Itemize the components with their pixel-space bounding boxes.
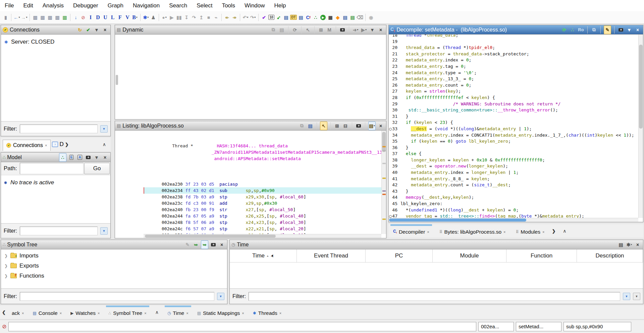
close-icon[interactable]: × bbox=[634, 26, 641, 34]
collapse-icon[interactable]: ∧ bbox=[153, 310, 161, 315]
export-results-icon[interactable]: ➹ bbox=[275, 13, 282, 21]
copy-icon[interactable]: ⧉ bbox=[270, 26, 277, 34]
refresh-icon[interactable]: ⟳ bbox=[291, 26, 298, 34]
filter-funnel-icon[interactable]: ▼ bbox=[623, 293, 630, 300]
decompile-line[interactable]: 45lbl_keylen_zero: bbox=[389, 201, 638, 207]
close-tab-icon[interactable]: × bbox=[144, 311, 146, 315]
dynamic-body[interactable] bbox=[115, 35, 386, 119]
column-header-time[interactable]: Time▲➤ bbox=[230, 249, 297, 262]
expand-chevron-icon[interactable]: ❯ bbox=[4, 253, 8, 258]
column-header-function[interactable]: Function bbox=[506, 249, 577, 262]
listing-line[interactable] bbox=[144, 175, 381, 181]
cursor-tracking-icon[interactable]: ↖ bbox=[320, 122, 327, 130]
close-icon[interactable]: × bbox=[377, 26, 384, 34]
listing-line[interactable] bbox=[144, 168, 381, 175]
copy-icon[interactable]: ⧉ bbox=[299, 122, 305, 130]
expand-chevron-icon[interactable]: ❯ bbox=[4, 264, 8, 268]
compare-snapshots-icon[interactable]: ▤ bbox=[618, 241, 624, 249]
decompile-line[interactable]: 42 metadata_entry.count = (size_t)__dest… bbox=[389, 182, 638, 188]
tab-console[interactable]: ▤Console× bbox=[30, 305, 64, 319]
listing-line[interactable]: android::APSMetadata::setMetadata bbox=[144, 155, 381, 162]
decompile-line[interactable]: 28 if (0xffffffffffffffef < keylen) { bbox=[389, 95, 638, 101]
decompile-line[interactable]: 39 __dest = operator.new(longer_keylen); bbox=[389, 163, 638, 170]
record-icon[interactable]: ●▾ bbox=[161, 13, 168, 21]
step-out-icon[interactable]: ↥ bbox=[198, 13, 205, 21]
data-type-manager-icon[interactable]: DT bbox=[290, 13, 297, 21]
tab-symbol-tree[interactable]: ∴Symbol Tree× bbox=[106, 305, 149, 319]
listing-line[interactable]: 002ea230 3f 23 03 d5 paciasp bbox=[144, 181, 381, 187]
listing-line[interactable]: 002ea240 fb 23 00 f9 str x27,[sp, #local… bbox=[144, 206, 381, 213]
menu-edit[interactable]: Edit bbox=[18, 0, 38, 11]
close-tab-icon[interactable]: × bbox=[22, 311, 24, 315]
camera-icon[interactable] bbox=[210, 241, 217, 249]
menu-window[interactable]: Window bbox=[240, 0, 269, 11]
scroll-tabs-left-icon[interactable]: ❮ bbox=[2, 310, 6, 315]
undo-icon[interactable]: ↶▾ bbox=[242, 13, 249, 21]
symbol-table-icon[interactable]: ▤ bbox=[342, 13, 348, 21]
filter-column-icon[interactable]: ▼ bbox=[633, 293, 640, 300]
debug-launch-icon[interactable]: ✱▾ bbox=[143, 13, 149, 21]
close-tab-icon[interactable]: × bbox=[542, 230, 544, 234]
emulate-back-icon[interactable]: ↞ bbox=[224, 13, 230, 21]
time-table-body[interactable] bbox=[230, 263, 643, 288]
decompile-line[interactable]: 18 Thread *thread_data; bbox=[389, 35, 638, 39]
tab-connections[interactable]: ✔ Connections × bbox=[3, 140, 51, 151]
paste-icon[interactable]: ▤ bbox=[278, 26, 285, 34]
close-icon[interactable]: × bbox=[377, 122, 384, 130]
panel-menu-icon[interactable]: ▼ bbox=[93, 26, 100, 34]
model-header[interactable]: ∴ Model ∴EA▼× bbox=[1, 153, 110, 162]
dynamic-scrollbar-thumb[interactable] bbox=[116, 75, 118, 85]
goto-address-icon[interactable]: ➜▾ bbox=[352, 26, 359, 34]
server-status-row[interactable]: ✱ Server: CLOSED bbox=[1, 35, 110, 49]
open-program-icon[interactable]: ▥ bbox=[32, 13, 39, 21]
nav-back-icon[interactable]: ←▾ bbox=[13, 13, 20, 21]
function-composer-icon[interactable]: Cf bbox=[305, 13, 312, 21]
decompile-line[interactable]: 29 /* WARNING: Subroutine does not retur… bbox=[389, 101, 638, 107]
connections-header[interactable]: ✔ Connections ↻✔▼× bbox=[1, 25, 110, 35]
decompile-line[interactable]: 40 metadata_entry.index = longer_keylen … bbox=[389, 170, 638, 176]
tab-threads[interactable]: ✱Threads× bbox=[250, 305, 284, 319]
symbol-tree-filter-input[interactable] bbox=[20, 292, 214, 301]
resume-icon[interactable]: ▶ bbox=[168, 13, 175, 21]
decompile-line[interactable]: 23 metadata_entry.tag = 0; bbox=[389, 63, 638, 70]
decompile-line[interactable]: 37 else { bbox=[389, 151, 638, 157]
menu-tools[interactable]: Tools bbox=[217, 0, 240, 11]
auto-read-icon[interactable]: ▶▾ bbox=[361, 26, 367, 34]
listing-line[interactable]: 002ea238 fd 7b 03 a9 stp x29,x30,[sp, #l… bbox=[144, 194, 381, 200]
listing-body[interactable]: Thread * HASH:13f4684... thread_data _ZN… bbox=[115, 131, 381, 234]
expand-elements-icon[interactable]: E bbox=[68, 153, 75, 161]
track-i-icon[interactable]: I bbox=[87, 13, 94, 21]
enum-table-icon[interactable]: ▤ bbox=[298, 13, 304, 21]
tab-time[interactable]: ◷Time× bbox=[165, 305, 191, 319]
tab-modules[interactable]: ⠿Modules× bbox=[513, 224, 547, 238]
terminal-tab-icon[interactable]: › bbox=[52, 142, 58, 147]
filter-options-icon[interactable]: ▼ bbox=[100, 227, 108, 235]
sync-listing-icon[interactable]: M bbox=[326, 26, 333, 34]
menu-file[interactable]: File bbox=[0, 0, 18, 11]
diff-view-icon[interactable]: ⊞ bbox=[334, 122, 340, 130]
go-to-icon[interactable]: ↓ bbox=[72, 13, 79, 21]
decompile-hscrollbar-thumb[interactable] bbox=[389, 219, 526, 222]
model-filter-input[interactable] bbox=[20, 227, 98, 235]
clear-marks-icon[interactable]: ⊘ bbox=[80, 13, 87, 21]
decompile-vscrollbar-thumb[interactable] bbox=[639, 45, 643, 129]
listing-display-options-icon[interactable]: ▤▾ bbox=[368, 122, 376, 130]
column-header-pc[interactable]: PC bbox=[366, 249, 433, 262]
menu-select[interactable]: Select bbox=[192, 0, 217, 11]
close-tab-icon[interactable]: × bbox=[242, 311, 244, 315]
track-d-icon[interactable]: D bbox=[95, 13, 101, 21]
decompile-body[interactable]: 18 Thread *thread_data;1920 thread_data … bbox=[389, 35, 638, 218]
tab-bytes-libalgoprocess-so[interactable]: ⠿Bytes: libAlgoProcess.so× bbox=[437, 224, 508, 238]
close-icon[interactable]: × bbox=[102, 153, 108, 161]
decompile-line[interactable]: 44 memcpy(__dest,key,keylen); bbox=[389, 194, 638, 201]
track-u-icon[interactable]: U bbox=[102, 13, 109, 21]
listing-header[interactable]: ▤ Listing: libAlgoProcess.so ⧉▤↖⊞⊟▤▾× bbox=[115, 121, 386, 131]
decompile-line[interactable]: 25 metadata_entry._13_3_ = 0; bbox=[389, 76, 638, 82]
listing-vscrollbar[interactable] bbox=[381, 131, 386, 234]
tab-watches[interactable]: ▶Watches× bbox=[68, 305, 102, 319]
listing-line[interactable]: 002ea244 fa 67 05 a9 stp x26,x25,[sp, #l… bbox=[144, 213, 381, 219]
expand-chevron-icon[interactable]: ❯ bbox=[4, 274, 8, 278]
interrupt-icon[interactable]: ▮▮ bbox=[176, 13, 182, 21]
listing-hscrollbar-thumb[interactable] bbox=[145, 235, 276, 238]
redo-icon[interactable]: ↷▾ bbox=[250, 13, 256, 21]
